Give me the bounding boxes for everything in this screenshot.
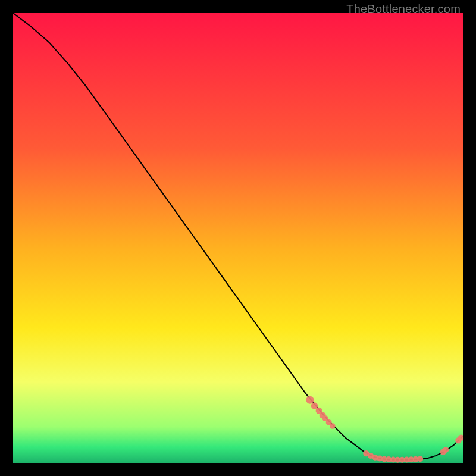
gradient-background xyxy=(13,13,463,463)
chart-frame xyxy=(13,13,463,463)
source-attribution: TheBottlenecker.com xyxy=(346,2,461,16)
data-point xyxy=(306,396,314,404)
bottleneck-chart xyxy=(13,13,463,463)
data-point xyxy=(330,423,336,429)
data-point xyxy=(443,447,449,453)
data-point xyxy=(417,456,423,462)
data-point xyxy=(311,402,318,409)
